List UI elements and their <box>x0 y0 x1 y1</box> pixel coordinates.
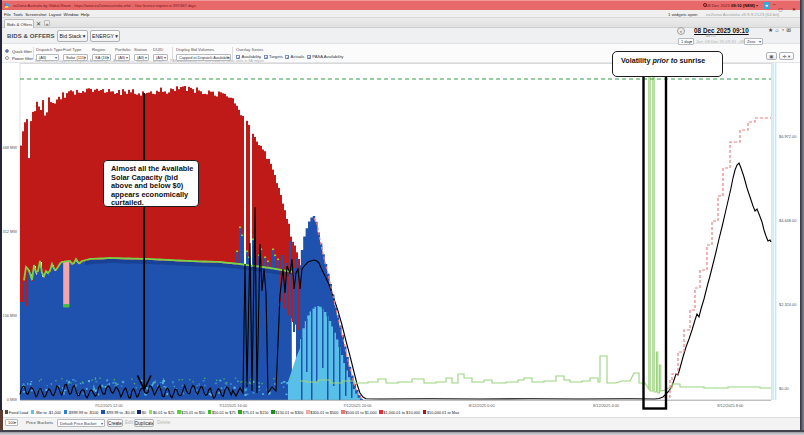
svg-text:8/12/2025 8:00: 8/12/2025 8:00 <box>717 403 744 408</box>
svg-text:$4,648.00: $4,648.00 <box>779 218 797 223</box>
svg-text:8/12/2025 4:00: 8/12/2025 4:00 <box>593 403 620 408</box>
svg-text:156 MW: 156 MW <box>3 313 18 318</box>
svg-text:312 MW: 312 MW <box>3 229 18 234</box>
svg-text:$2,324.00: $2,324.00 <box>779 302 797 307</box>
svg-text:0 MW: 0 MW <box>7 397 17 402</box>
svg-text:7/12/2025 20:00: 7/12/2025 20:00 <box>343 403 372 408</box>
svg-text:$0.00: $0.00 <box>779 386 790 391</box>
svg-text:8/12/2025 0:00: 8/12/2025 0:00 <box>469 403 496 408</box>
svg-text:468 MW: 468 MW <box>3 145 18 150</box>
svg-text:7/12/2025 16:00: 7/12/2025 16:00 <box>219 403 248 408</box>
svg-text:$6,972.00: $6,972.00 <box>779 134 797 139</box>
svg-text:7/12/2025 12:00: 7/12/2025 12:00 <box>95 403 124 408</box>
